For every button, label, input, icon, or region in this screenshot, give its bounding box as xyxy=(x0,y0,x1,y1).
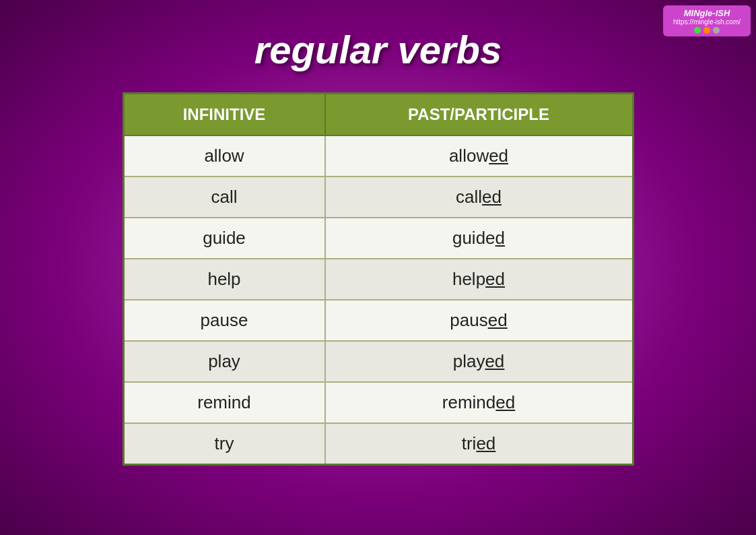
verbs-table: INFINITIVE PAST/PARTICIPLE allowallowedc… xyxy=(123,92,634,466)
page-title: regular verbs xyxy=(254,27,502,72)
infinitive-cell: play xyxy=(123,341,325,382)
past-cell: tried xyxy=(325,423,633,465)
infinitive-cell: pause xyxy=(123,300,325,341)
table-row: helphelped xyxy=(123,259,633,300)
past-suffix: ed xyxy=(495,392,515,412)
past-base: paus xyxy=(450,310,487,330)
infinitive-cell: help xyxy=(123,259,325,300)
verbs-table-container: INFINITIVE PAST/PARTICIPLE allowallowedc… xyxy=(123,92,634,466)
logo-dots xyxy=(668,27,745,34)
logo-url: https://mingle-ish.com/ xyxy=(668,18,745,26)
infinitive-cell: remind xyxy=(123,382,325,423)
dot-orange xyxy=(703,27,710,34)
past-base: call xyxy=(456,187,482,207)
past-base: remind xyxy=(442,392,495,412)
past-base: allow xyxy=(449,146,489,166)
past-suffix: ed xyxy=(489,146,508,166)
table-row: callcalled xyxy=(123,177,633,218)
past-cell: helped xyxy=(325,259,633,300)
table-row: allowallowed xyxy=(123,135,633,177)
past-suffix: ed xyxy=(482,187,502,207)
logo-title: MINgle-ISH xyxy=(668,8,745,18)
past-cell: paused xyxy=(325,300,633,341)
table-row: pausepaused xyxy=(123,300,633,341)
infinitive-cell: allow xyxy=(123,135,325,177)
logo: MINgle-ISH https://mingle-ish.com/ xyxy=(663,5,751,36)
past-base: play xyxy=(453,351,485,371)
table-row: remindreminded xyxy=(123,382,633,423)
past-suffix: d xyxy=(495,228,505,248)
infinitive-header: INFINITIVE xyxy=(123,94,325,136)
past-base: help xyxy=(452,269,485,289)
infinitive-cell: call xyxy=(123,177,325,218)
dot-gray xyxy=(713,27,720,34)
past-suffix: ed xyxy=(485,351,504,371)
past-cell: guided xyxy=(325,218,633,259)
table-row: guideguided xyxy=(123,218,633,259)
infinitive-cell: try xyxy=(123,423,325,465)
table-header-row: INFINITIVE PAST/PARTICIPLE xyxy=(123,94,633,136)
past-cell: reminded xyxy=(325,382,633,423)
past-suffix: ed xyxy=(476,433,495,453)
dot-green xyxy=(694,27,701,34)
past-base: tri xyxy=(462,433,477,453)
past-cell: called xyxy=(325,177,633,218)
past-participle-header: PAST/PARTICIPLE xyxy=(325,94,633,136)
past-suffix: ed xyxy=(488,310,508,330)
past-suffix: ed xyxy=(485,269,505,289)
past-cell: played xyxy=(325,341,633,382)
table-row: playplayed xyxy=(123,341,633,382)
infinitive-cell: guide xyxy=(123,218,325,259)
table-row: trytried xyxy=(123,423,633,465)
past-base: guide xyxy=(452,228,495,248)
past-cell: allowed xyxy=(325,135,633,177)
